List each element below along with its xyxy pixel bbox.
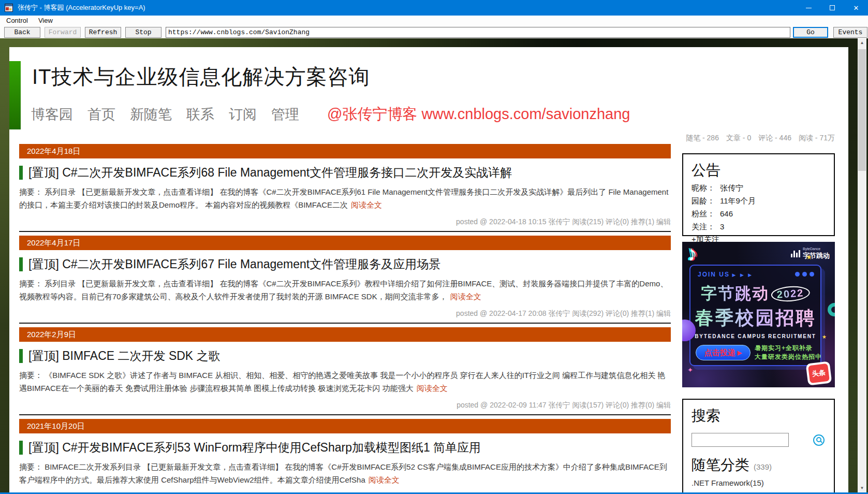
maximize-icon bbox=[830, 5, 835, 10]
post-entry: 2022年2月9日 [置顶] BIMFACE 二次开发 SDK 之歌 摘要： 《… bbox=[19, 327, 671, 415]
post-date-banner: 2021年10月20日 bbox=[19, 419, 671, 433]
nav-subscribe[interactable]: 订阅 bbox=[229, 105, 257, 124]
title-bar: 张传宁 - 博客园 (AcceleratorKeyUp key=A) ✕ bbox=[0, 0, 868, 16]
minimize-button[interactable] bbox=[797, 0, 820, 16]
nav-new-post[interactable]: 新随笔 bbox=[130, 105, 172, 124]
app-icon bbox=[5, 4, 13, 12]
post-entry: 2021年10月20日 [置顶] C#开发BIMFACE系列53 WinForm… bbox=[19, 419, 671, 492]
close-icon: ✕ bbox=[854, 4, 859, 12]
announcement-row: 园龄：11年9个月 bbox=[692, 196, 826, 206]
window-title: 张传宁 - 博客园 (AcceleratorKeyUp key=A) bbox=[18, 3, 145, 12]
blog-watermark: @张传宁博客 www.cnblogs.com/savionzhang bbox=[327, 104, 630, 125]
scroll-down-icon[interactable]: ▼ bbox=[858, 484, 866, 492]
read-more-link[interactable]: 阅读全文 bbox=[450, 292, 481, 301]
refresh-button[interactable]: Refresh bbox=[85, 27, 121, 38]
teal-ring-decoration bbox=[828, 303, 835, 316]
sparkle-icon: ✦ bbox=[687, 366, 693, 374]
stat-articles: 文章 - 0 bbox=[726, 134, 751, 143]
forward-button[interactable]: Forward bbox=[45, 27, 81, 38]
post-bullet-icon bbox=[19, 166, 23, 180]
post-summary: 摘要： 《BIMFACE SDK 之歌》讲述了作者与 BIMFACE 从相识、相… bbox=[19, 369, 671, 395]
category-link-net-framework[interactable]: .NET Framework(15) bbox=[692, 477, 826, 489]
search-input[interactable] bbox=[692, 433, 789, 447]
search-box: 搜索 随笔分类 (339) .NET Framework(15) .NET St… bbox=[682, 399, 835, 492]
tiktok-note-icon: ♪ bbox=[684, 242, 700, 267]
post-entry: 2022年4月17日 [置顶] C#二次开发BIMFACE系列67 File M… bbox=[19, 236, 671, 324]
search-title: 搜索 bbox=[692, 406, 826, 426]
post-date-banner: 2022年4月18日 bbox=[19, 144, 671, 158]
blog-title[interactable]: IT技术与企业级信息化解决方案咨询 bbox=[32, 63, 370, 91]
post-summary: 摘要： 系列目录 【已更新最新开发文章，点击查看详细】 在我的博客《C#二次开发… bbox=[19, 277, 671, 303]
read-more-link[interactable]: 阅读全文 bbox=[417, 384, 448, 393]
announcement-row: 昵称：张传宁 bbox=[692, 183, 826, 193]
ad-subtitle: BYTEDANCE CAMPUS RECRUITMENT bbox=[690, 333, 820, 339]
search-icon[interactable] bbox=[813, 434, 825, 446]
nav-home[interactable]: 首页 bbox=[87, 105, 115, 124]
categories-title: 随笔分类 bbox=[692, 455, 749, 475]
star-icon: ★ bbox=[806, 253, 812, 261]
nav-admin[interactable]: 管理 bbox=[271, 105, 299, 124]
post-divider bbox=[19, 323, 671, 324]
post-title[interactable]: [置顶] BIMFACE 二次开发 SDK 之歌 bbox=[19, 348, 671, 364]
ad-frame: JOIN US ▶ ▶ ▶ 字节跳动2022 春季校园招聘 BYTEDANCE … bbox=[689, 265, 821, 366]
post-bullet-icon bbox=[19, 257, 23, 271]
ad-year-badge: 2022 bbox=[771, 285, 810, 302]
page-content: IT技术与企业级信息化解决方案咨询 博客园 首页 新随笔 联系 订阅 管理 @张… bbox=[9, 47, 848, 492]
announcement-box: 公告 昵称：张传宁 园龄：11年9个月 粉丝：646 关注：3 +加关注 bbox=[682, 153, 835, 236]
ad-apply-button[interactable]: 点击投递▶ bbox=[696, 345, 751, 360]
header-accent-bar bbox=[9, 61, 21, 129]
announcement-row: 关注：3 bbox=[692, 222, 826, 232]
nav-contact[interactable]: 联系 bbox=[186, 105, 214, 124]
nav-cnblogs[interactable]: 博客园 bbox=[31, 105, 73, 124]
post-meta[interactable]: posted @ 2022-04-18 10:15 张传宁 阅读(215) 评论… bbox=[19, 217, 671, 227]
scrollbar-thumb[interactable] bbox=[858, 49, 866, 171]
bytedance-ad-banner[interactable]: ♪ ByteDance字节跳动 ★ JOIN US ▶ ▶ ▶ 字节跳动2022… bbox=[682, 242, 835, 387]
go-button[interactable]: Go bbox=[793, 27, 828, 38]
post-title[interactable]: [置顶] C#二次开发BIMFACE系列67 File Management文件… bbox=[19, 256, 671, 272]
post-date-banner: 2022年4月17日 bbox=[19, 236, 671, 250]
maximize-button[interactable] bbox=[820, 0, 844, 16]
post-summary: 摘要： BIMFACE二次开发系列目录 【已更新最新开发文章，点击查看详细】 在… bbox=[19, 460, 671, 486]
stop-button[interactable]: Stop bbox=[125, 27, 161, 38]
browser-viewport: IT技术与企业级信息化解决方案咨询 博客园 首页 新随笔 联系 订阅 管理 @张… bbox=[0, 38, 868, 492]
post-title[interactable]: [置顶] C#二次开发BIMFACE系列68 File Management文件… bbox=[19, 165, 671, 180]
vertical-scrollbar[interactable]: ▲ ▼ bbox=[858, 38, 866, 492]
ad-headline-2: 春季校园招聘 bbox=[695, 307, 816, 328]
star-icon: ★ bbox=[822, 334, 827, 340]
post-summary: 摘要： 系列目录 【已更新最新开发文章，点击查看详细】 在我的博客《C#二次开发… bbox=[19, 185, 671, 211]
post-meta[interactable]: posted @ 2022-04-17 20:08 张传宁 阅读(292) 评论… bbox=[19, 309, 671, 318]
post-list: 2022年4月18日 [置顶] C#二次开发BIMFACE系列68 File M… bbox=[19, 144, 671, 492]
bytedance-bars-icon bbox=[791, 250, 800, 257]
post-bullet-icon bbox=[19, 441, 23, 455]
toutiao-app-icon: 头条 bbox=[806, 361, 832, 385]
stat-posts: 随笔 - 286 bbox=[686, 134, 719, 143]
minimize-icon bbox=[806, 8, 812, 8]
menu-control[interactable]: Control bbox=[1, 16, 33, 26]
blog-nav: 博客园 首页 新随笔 联系 订阅 管理 @张传宁博客 www.cnblogs.c… bbox=[31, 104, 630, 125]
stat-comments: 评论 - 446 bbox=[758, 134, 791, 143]
post-date-banner: 2022年2月9日 bbox=[19, 327, 671, 342]
back-button[interactable]: Back bbox=[4, 27, 40, 38]
browser-toolbar: Back Forward Refresh Stop Go Events bbox=[0, 26, 868, 38]
join-us-label: JOIN US bbox=[698, 271, 730, 278]
post-meta[interactable]: posted @ 2022-02-09 11:47 张传宁 阅读(157) 评论… bbox=[19, 401, 671, 410]
events-button[interactable]: Events bbox=[833, 27, 867, 38]
url-input[interactable] bbox=[166, 27, 790, 38]
post-title[interactable]: [置顶] C#开发BIMFACE系列53 WinForm程序中使用CefShar… bbox=[19, 440, 671, 455]
post-bullet-icon bbox=[19, 349, 23, 363]
window-dots-icon bbox=[795, 272, 814, 277]
announcement-title: 公告 bbox=[692, 161, 826, 180]
menu-bar: Control View bbox=[0, 16, 868, 26]
menu-view[interactable]: View bbox=[33, 16, 58, 26]
join-arrows-icon: ▶ ▶ ▶ bbox=[732, 272, 753, 278]
read-more-link[interactable]: 阅读全文 bbox=[369, 475, 400, 484]
read-more-link[interactable]: 阅读全文 bbox=[351, 200, 382, 209]
blog-stats: 随笔 - 286 文章 - 0 评论 - 446 阅读 - 71万 bbox=[686, 134, 835, 143]
ad-bullets: 暑期实习+全职补录大量研发类岗位热招中 bbox=[755, 344, 822, 361]
post-divider bbox=[19, 231, 671, 232]
post-entry: 2022年4月18日 [置顶] C#二次开发BIMFACE系列68 File M… bbox=[19, 144, 671, 232]
categories-count: (339) bbox=[754, 462, 772, 471]
scroll-up-icon[interactable]: ▲ bbox=[858, 38, 866, 47]
close-button[interactable]: ✕ bbox=[844, 0, 868, 16]
post-divider bbox=[19, 414, 671, 415]
